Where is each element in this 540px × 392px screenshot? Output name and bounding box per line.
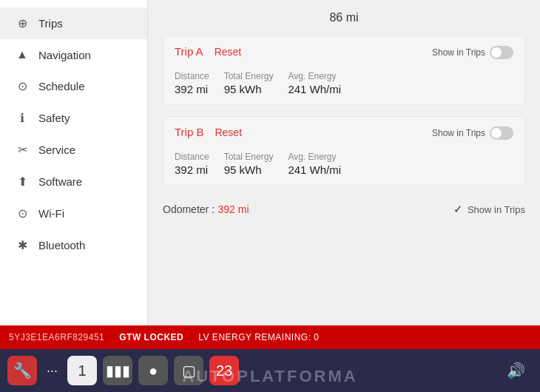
odometer-row: Odometer : 392 mi ✓ Show in Trips <box>163 197 525 222</box>
sidebar-item-safety[interactable]: ℹ Safety <box>0 102 147 134</box>
trip-b-distance-label: Distance <box>175 152 209 162</box>
vin-display: 5YJ3E1EA6RF829451 <box>9 332 104 342</box>
schedule-icon: ⊙ <box>15 79 30 93</box>
trip-a-distance-value: 392 mi <box>175 83 209 95</box>
sidebar-item-schedule[interactable]: ⊙ Schedule <box>0 70 147 102</box>
sidebar-item-navigation[interactable]: ▲ Navigation <box>0 39 147 70</box>
trip-a-label: Trip A <box>175 45 203 58</box>
trip-a-show-label: Show in Trips <box>432 47 485 58</box>
sidebar-label-wifi: Wi-Fi <box>38 207 64 220</box>
sidebar-label-trips: Trips <box>38 17 63 30</box>
wifi-icon: ⊙ <box>15 206 30 220</box>
lv-energy-status: LV ENERGY REMAINING: 0 <box>198 332 319 342</box>
taskbar-wrench-icon[interactable]: 🔧 <box>7 356 37 385</box>
trip-b-label: Trip B <box>175 126 203 138</box>
watermark: AUTOPLATFORMA <box>182 367 357 386</box>
trip-a-distance: Distance 392 mi <box>175 71 209 95</box>
odometer-info: Odometer : 392 mi <box>163 203 249 216</box>
trip-a-show-row: Show in Trips <box>432 46 513 59</box>
odometer-value: 392 mi <box>217 203 249 215</box>
trip-b-distance: Distance 392 mi <box>175 152 209 176</box>
taskbar-calendar-icon[interactable]: 23 <box>209 356 239 385</box>
trip-a-energy-value: 95 kWh <box>224 83 274 95</box>
trip-b-avg: Avg. Energy 241 Wh/mi <box>288 152 341 176</box>
trip-a-avg-label: Avg. Energy <box>288 71 341 81</box>
odometer-show-label: Show in Trips <box>468 204 525 215</box>
trip-a-section: Trip A Reset Show in Trips Distance 392 … <box>163 36 525 105</box>
sidebar-item-bluetooth[interactable]: ✱ Bluetooth <box>0 229 147 261</box>
bluetooth-icon: ✱ <box>15 238 30 252</box>
sidebar-item-service[interactable]: ✂ Service <box>0 134 147 166</box>
trip-a-header: Trip A Reset <box>175 45 241 58</box>
sidebar-item-trips[interactable]: ⊕ Trips <box>0 7 147 39</box>
navigation-icon: ▲ <box>15 48 30 61</box>
sidebar-label-software: Software <box>38 175 82 188</box>
trip-b-energy: Total Energy 95 kWh <box>224 152 274 176</box>
trip-b-distance-value: 392 mi <box>175 163 209 176</box>
sidebar: ⊕ Trips ▲ Navigation ⊙ Schedule ℹ Safety… <box>0 0 148 325</box>
trip-b-show-toggle[interactable] <box>490 126 513 140</box>
trip-b-header: Trip B Reset <box>175 126 242 138</box>
service-icon: ✂ <box>15 143 30 157</box>
taskbar-dots-icon[interactable]: ··· <box>43 363 61 379</box>
checkmark-icon: ✓ <box>453 203 463 216</box>
volume-icon[interactable]: 🔊 <box>507 362 533 379</box>
trip-a-energy-label: Total Energy <box>224 71 274 81</box>
odometer-label: Odometer : <box>163 203 215 215</box>
trip-b-avg-value: 241 Wh/mi <box>288 163 341 176</box>
taskbar-one-icon[interactable]: 1 <box>67 356 97 385</box>
trip-b-show-label: Show in Trips <box>432 128 485 138</box>
safety-icon: ℹ <box>15 111 30 125</box>
sidebar-item-wifi[interactable]: ⊙ Wi-Fi <box>0 197 147 229</box>
right-panel: 86 mi Trip A Reset Show in Trips Distanc… <box>148 0 540 325</box>
taskbar-bars-icon[interactable]: ▮▮▮ <box>103 356 132 385</box>
trip-b-show-row: Show in Trips <box>432 126 513 140</box>
trip-b-avg-label: Avg. Energy <box>288 152 341 162</box>
trip-a-distance-label: Distance <box>175 71 209 81</box>
trip-b-energy-value: 95 kWh <box>224 163 274 176</box>
trip-b-stats: Distance 392 mi Total Energy 95 kWh Avg.… <box>175 152 513 176</box>
sidebar-label-safety: Safety <box>38 112 70 124</box>
taskbar: 🔧 ··· 1 ▮▮▮ ● ▢ 23 🔊 AUTOPLATFORMA <box>0 349 540 392</box>
sidebar-item-software[interactable]: ⬆ Software <box>0 166 147 197</box>
odometer-show-trips: ✓ Show in Trips <box>453 203 525 216</box>
status-bar: 5YJ3E1EA6RF829451 GTW LOCKED LV ENERGY R… <box>0 325 540 349</box>
trip-a-reset-button[interactable]: Reset <box>215 46 242 58</box>
trip-a-stats: Distance 392 mi Total Energy 95 kWh Avg.… <box>175 71 513 95</box>
gtw-locked-status: GTW LOCKED <box>119 332 183 342</box>
trip-a-avg-value: 241 Wh/mi <box>288 83 341 95</box>
trip-a-energy: Total Energy 95 kWh <box>224 71 274 95</box>
sidebar-label-service: Service <box>38 143 75 156</box>
sidebar-label-navigation: Navigation <box>38 49 91 61</box>
sidebar-label-bluetooth: Bluetooth <box>38 239 85 251</box>
main-content: ⊕ Trips ▲ Navigation ⊙ Schedule ℹ Safety… <box>0 0 540 325</box>
top-distance: 86 mi <box>163 11 525 24</box>
sidebar-label-schedule: Schedule <box>38 80 85 92</box>
trip-b-reset-button[interactable]: Reset <box>215 126 242 138</box>
trip-a-show-toggle[interactable] <box>490 46 513 59</box>
taskbar-square-icon[interactable]: ▢ <box>174 356 203 385</box>
software-icon: ⬆ <box>15 175 30 189</box>
trip-b-energy-label: Total Energy <box>224 152 274 162</box>
trip-a-avg: Avg. Energy 241 Wh/mi <box>288 71 341 95</box>
trips-icon: ⊕ <box>15 16 30 30</box>
taskbar-circle-icon[interactable]: ● <box>138 356 168 385</box>
trip-b-section: Trip B Reset Show in Trips Distance 392 … <box>163 116 525 186</box>
